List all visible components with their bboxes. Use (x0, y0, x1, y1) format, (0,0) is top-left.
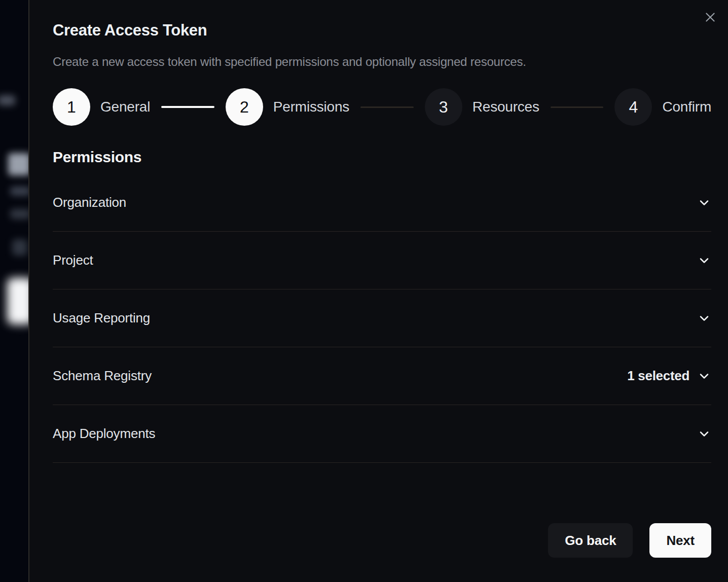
step-permissions[interactable]: 2 Permissions (226, 88, 349, 126)
step-number-badge: 1 (53, 88, 90, 126)
step-confirm[interactable]: 4 Confirm (614, 88, 711, 126)
permission-section-project[interactable]: Project (53, 232, 711, 289)
step-number-badge: 3 (425, 88, 462, 126)
stepper: 1 General 2 Permissions 3 Resources 4 Co… (53, 88, 711, 126)
permission-section-label: Schema Registry (53, 368, 152, 384)
step-label: General (100, 99, 150, 115)
permissions-list: Organization Project Usage (53, 174, 711, 463)
permission-section-label: Project (53, 252, 93, 268)
chevron-down-icon (697, 427, 711, 441)
step-number-badge: 4 (614, 88, 652, 126)
next-button[interactable]: Next (649, 523, 711, 558)
close-icon (704, 11, 717, 25)
chevron-down-icon (697, 369, 711, 383)
permission-section-label: Organization (53, 195, 126, 210)
close-button[interactable] (703, 10, 718, 25)
step-label: Resources (472, 99, 539, 115)
modal-title: Create Access Token (53, 0, 711, 40)
chevron-down-icon (697, 253, 711, 268)
blurred-background-content (10, 209, 30, 219)
blurred-background-content (0, 95, 15, 105)
permission-section-label: Usage Reporting (53, 310, 150, 326)
modal-description: Create a new access token with specified… (53, 55, 711, 69)
blurred-background-content (10, 187, 30, 196)
permission-section-app-deployments[interactable]: App Deployments (53, 405, 711, 463)
blurred-background-content (12, 239, 27, 256)
step-connector (161, 106, 214, 108)
step-label: Confirm (662, 99, 711, 115)
go-back-button[interactable]: Go back (548, 523, 633, 558)
permission-section-organization[interactable]: Organization (53, 174, 711, 232)
blurred-background-content (8, 153, 30, 175)
step-label: Permissions (273, 99, 349, 115)
create-access-token-modal: Create Access Token Create a new access … (28, 0, 728, 582)
chevron-down-icon (697, 196, 711, 210)
step-resources[interactable]: 3 Resources (425, 88, 539, 126)
selected-count-badge: 1 selected (627, 368, 689, 384)
permission-section-usage-reporting[interactable]: Usage Reporting (53, 289, 711, 347)
background-app (0, 0, 28, 582)
permissions-heading: Permissions (53, 149, 711, 166)
modal-footer: Go back Next (53, 523, 711, 558)
step-number-badge: 2 (226, 88, 263, 126)
step-general[interactable]: 1 General (53, 88, 150, 126)
chevron-down-icon (697, 311, 711, 325)
permission-section-label: App Deployments (53, 426, 155, 442)
step-connector (551, 106, 604, 108)
step-connector (360, 106, 414, 108)
permission-section-schema-registry[interactable]: Schema Registry 1 selected (53, 347, 711, 405)
